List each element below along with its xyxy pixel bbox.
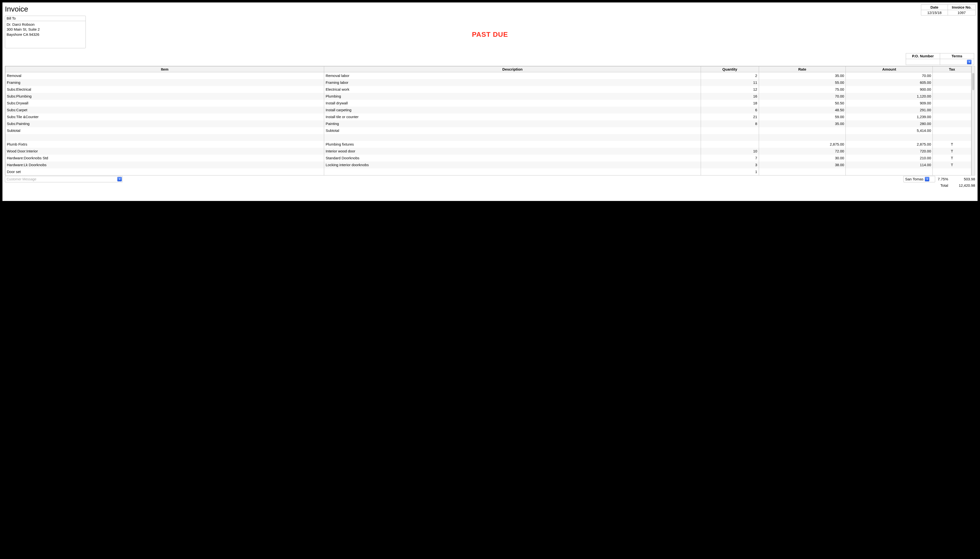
cell-amount[interactable]: 114.00 — [846, 162, 933, 169]
table-row[interactable]: Wood Door:InteriorInterior wood door1072… — [5, 148, 972, 155]
cell-quantity[interactable]: 1 — [701, 169, 759, 175]
cell-rate[interactable]: 35.00 — [759, 72, 846, 79]
cell-rate[interactable] — [759, 127, 846, 134]
cell-item[interactable]: Framing — [5, 79, 324, 86]
scrollbar-thumb[interactable] — [972, 73, 974, 90]
chevron-down-icon[interactable]: ▾ — [117, 177, 122, 181]
cell-rate[interactable]: 35.00 — [759, 120, 846, 127]
cell-description[interactable]: Install carpeting — [324, 107, 701, 114]
cell-tax[interactable] — [933, 107, 972, 114]
cell-tax[interactable] — [933, 86, 972, 93]
table-row[interactable]: Subs:DrywallInstall drywall1850.50909.00 — [5, 100, 972, 107]
cell-rate[interactable] — [759, 169, 846, 175]
cell-quantity[interactable]: 12 — [701, 86, 759, 93]
table-row[interactable]: Subs:ElectricalElectrical work1275.00900… — [5, 86, 972, 93]
cell-tax[interactable] — [933, 127, 972, 134]
cell-amount[interactable]: 1,239.00 — [846, 114, 933, 120]
cell-tax[interactable] — [933, 114, 972, 120]
cell-rate[interactable]: 70.00 — [759, 93, 846, 100]
table-row[interactable]: Subs:Tile &CounterInstall tile or counte… — [5, 114, 972, 120]
cell-description[interactable]: Plumbing — [324, 93, 701, 100]
cell-description[interactable]: Subtotal — [324, 127, 701, 134]
cell-rate[interactable]: 50.50 — [759, 100, 846, 107]
bill-to-address[interactable]: Dr. Darci Robson 300 Main St, Suite 2 Ba… — [5, 21, 86, 48]
table-row[interactable]: Door set1 — [5, 169, 972, 175]
col-amount-header[interactable]: Amount — [846, 66, 933, 72]
table-row[interactable]: Hardware:Doorknobs StdStandard Doorknobs… — [5, 155, 972, 162]
cell-rate[interactable]: 2,875.00 — [759, 141, 846, 148]
cell-rate[interactable]: 59.00 — [759, 114, 846, 120]
cell-item[interactable]: Subs:Tile &Counter — [5, 114, 324, 120]
cell-amount[interactable] — [846, 134, 933, 141]
table-row[interactable]: RemovalRemoval labor235.0070.00 — [5, 72, 972, 79]
cell-item[interactable]: Subs:Drywall — [5, 100, 324, 107]
cell-quantity[interactable]: 10 — [701, 148, 759, 155]
cell-rate[interactable]: 55.00 — [759, 79, 846, 86]
cell-description[interactable]: Plumbing fixtures — [324, 141, 701, 148]
cell-item[interactable]: Wood Door:Interior — [5, 148, 324, 155]
table-row[interactable]: Hardware:Lk DoorknobsLocking interior do… — [5, 162, 972, 169]
cell-quantity[interactable]: 21 — [701, 114, 759, 120]
table-row[interactable] — [5, 134, 972, 141]
col-item-header[interactable]: Item — [5, 66, 324, 72]
cell-description[interactable]: Install drywall — [324, 100, 701, 107]
cell-quantity[interactable]: 2 — [701, 72, 759, 79]
cell-amount[interactable]: 5,414.00 — [846, 127, 933, 134]
cell-item[interactable]: Subs:Plumbing — [5, 93, 324, 100]
cell-quantity[interactable]: 8 — [701, 120, 759, 127]
col-tax-header[interactable]: Tax — [933, 66, 972, 72]
cell-amount[interactable]: 70.00 — [846, 72, 933, 79]
cell-description[interactable]: Interior wood door — [324, 148, 701, 155]
cell-description[interactable] — [324, 134, 701, 141]
table-row[interactable]: Subs:PaintingPainting835.00280.00 — [5, 120, 972, 127]
cell-item[interactable]: Plumb Fixtrs — [5, 141, 324, 148]
cell-rate[interactable] — [759, 134, 846, 141]
cell-description[interactable]: Standard Doorknobs — [324, 155, 701, 162]
cell-item[interactable]: Subs:Carpet — [5, 107, 324, 114]
cell-amount[interactable]: 909.00 — [846, 100, 933, 107]
cell-tax[interactable] — [933, 79, 972, 86]
cell-quantity[interactable]: 6 — [701, 107, 759, 114]
cell-tax[interactable] — [933, 72, 972, 79]
cell-rate[interactable]: 48.50 — [759, 107, 846, 114]
cell-quantity[interactable]: 16 — [701, 93, 759, 100]
cell-item[interactable]: Hardware:Lk Doorknobs — [5, 162, 324, 169]
cell-item[interactable]: Subs:Electrical — [5, 86, 324, 93]
cell-amount[interactable]: 605.00 — [846, 79, 933, 86]
cell-description[interactable]: Locking interior doorknobs — [324, 162, 701, 169]
cell-description[interactable] — [324, 169, 701, 175]
cell-description[interactable]: Install tile or counter — [324, 114, 701, 120]
cell-amount[interactable]: 1,120.00 — [846, 93, 933, 100]
cell-quantity[interactable] — [701, 134, 759, 141]
cell-item[interactable]: Subtotal — [5, 127, 324, 134]
po-number-field[interactable] — [906, 59, 940, 65]
cell-quantity[interactable]: 11 — [701, 79, 759, 86]
cell-amount[interactable]: 291.00 — [846, 107, 933, 114]
cell-description[interactable]: Removal labor — [324, 72, 701, 79]
tax-jurisdiction-select[interactable]: San Tomas ▾ — [903, 176, 935, 182]
cell-item[interactable]: Hardware:Doorknobs Std — [5, 155, 324, 162]
cell-rate[interactable]: 75.00 — [759, 86, 846, 93]
cell-rate[interactable]: 38.00 — [759, 162, 846, 169]
cell-item[interactable] — [5, 134, 324, 141]
table-row[interactable]: Plumb FixtrsPlumbing fixtures2,875.002,8… — [5, 141, 972, 148]
cell-tax[interactable]: T — [933, 148, 972, 155]
cell-tax[interactable] — [933, 100, 972, 107]
cell-amount[interactable]: 280.00 — [846, 120, 933, 127]
cell-amount[interactable] — [846, 169, 933, 175]
cell-quantity[interactable] — [701, 127, 759, 134]
scrollbar-vertical[interactable] — [972, 66, 975, 175]
table-row[interactable]: Subs:PlumbingPlumbing1670.001,120.00 — [5, 93, 972, 100]
invoice-no-field[interactable]: 1097 — [948, 10, 976, 15]
cell-tax[interactable]: T — [933, 162, 972, 169]
cell-quantity[interactable]: 7 — [701, 155, 759, 162]
cell-description[interactable]: Electrical work — [324, 86, 701, 93]
cell-item[interactable]: Subs:Painting — [5, 120, 324, 127]
cell-quantity[interactable]: 18 — [701, 100, 759, 107]
customer-message-select[interactable]: Customer Message ▾ — [5, 176, 122, 182]
cell-amount[interactable]: 720.00 — [846, 148, 933, 155]
cell-tax[interactable] — [933, 169, 972, 175]
col-quantity-header[interactable]: Quantity — [701, 66, 759, 72]
cell-item[interactable]: Door set — [5, 169, 324, 175]
chevron-down-icon[interactable]: ▾ — [925, 177, 929, 181]
